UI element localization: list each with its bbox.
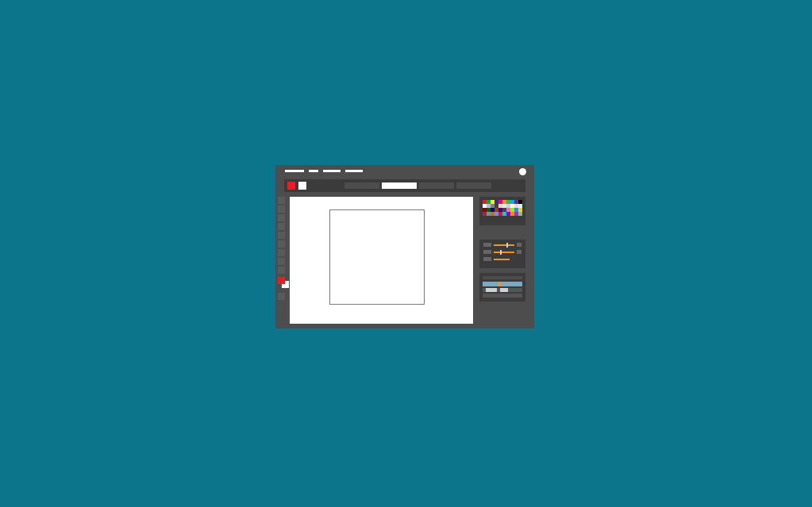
- option-tab-0[interactable]: [344, 182, 379, 189]
- close-button[interactable]: [519, 168, 526, 175]
- slider-thumb-0[interactable]: [506, 243, 508, 248]
- tool-slot-3[interactable]: [278, 223, 285, 230]
- canvas[interactable]: [290, 197, 473, 324]
- menu-bar: [285, 170, 363, 172]
- slider-label-1: [483, 250, 491, 254]
- timeline-ruler[interactable]: [483, 282, 522, 286]
- swatches-panel: [479, 197, 525, 225]
- option-tab-3[interactable]: [456, 182, 491, 189]
- adjust-panel: [479, 240, 525, 268]
- slider-label-0: [483, 243, 491, 247]
- tool-slot-6[interactable]: [278, 249, 285, 256]
- menu-item-0[interactable]: [285, 170, 304, 172]
- slider-value-1: [517, 250, 521, 254]
- option-tab-2[interactable]: [419, 182, 454, 189]
- menu-item-3[interactable]: [345, 170, 363, 172]
- swatch-39[interactable]: [518, 212, 522, 216]
- tool-slot-0[interactable]: [278, 197, 285, 204]
- tool-palette: [278, 197, 287, 300]
- slider-track-1[interactable]: [494, 252, 514, 253]
- tool-slot-extra[interactable]: [278, 293, 285, 300]
- app-window: [275, 165, 534, 328]
- menu-item-1[interactable]: [309, 170, 318, 172]
- tool-slot-7[interactable]: [278, 258, 285, 265]
- timeline-track-2[interactable]: [483, 294, 522, 298]
- foreground-color-swatch[interactable]: [278, 277, 285, 284]
- tool-slot-2[interactable]: [278, 214, 285, 221]
- titlebar: [275, 165, 534, 178]
- slider-thumb-1[interactable]: [500, 250, 502, 255]
- timeline-header: [483, 276, 522, 279]
- menu-item-2[interactable]: [323, 170, 341, 172]
- option-tab-1[interactable]: [382, 182, 417, 189]
- slider-track-0[interactable]: [494, 244, 514, 246]
- playhead[interactable]: [498, 282, 501, 286]
- option-background-swatch[interactable]: [298, 182, 306, 190]
- tool-slot-1[interactable]: [278, 205, 285, 213]
- options-bar: [284, 179, 525, 192]
- timeline-track[interactable]: [483, 288, 522, 292]
- slider-row-1: [483, 250, 521, 254]
- slider-value-0: [517, 243, 521, 247]
- tool-slot-5[interactable]: [278, 240, 285, 248]
- slider-track-extra[interactable]: [494, 259, 510, 260]
- slider-label-extra: [483, 257, 491, 261]
- tool-slot-8[interactable]: [278, 267, 285, 274]
- tool-slot-4[interactable]: [278, 232, 285, 239]
- artboard[interactable]: [329, 209, 425, 305]
- timeline-panel: [479, 273, 525, 302]
- fg-bg-swatch[interactable]: [278, 277, 289, 288]
- timeline-clip-0[interactable]: [486, 288, 497, 292]
- timeline-clip-1[interactable]: [500, 288, 508, 292]
- slider-row-0: [483, 243, 521, 247]
- option-foreground-swatch[interactable]: [287, 182, 295, 190]
